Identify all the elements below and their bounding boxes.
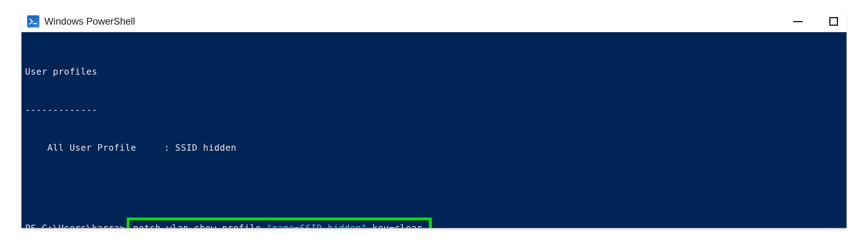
minimize-icon bbox=[793, 21, 803, 22]
blank-line bbox=[25, 180, 843, 192]
prompt-text: PS C:\Users\karra> bbox=[25, 222, 125, 228]
command-part: key=clear bbox=[367, 222, 423, 228]
output-line: All User Profile : SSID hidden bbox=[25, 141, 843, 154]
command-quoted: "name=SSID hidden" bbox=[267, 222, 367, 228]
output-line: User profiles bbox=[25, 65, 843, 78]
command-line: PS C:\Users\karra> netsh wlan show profi… bbox=[25, 218, 843, 228]
window-title: Windows PowerShell bbox=[44, 16, 135, 27]
maximize-icon bbox=[829, 17, 838, 26]
minimize-button[interactable] bbox=[791, 14, 805, 29]
terminal-body[interactable]: User profiles ------------- All User Pro… bbox=[21, 32, 847, 228]
window-controls bbox=[791, 14, 841, 29]
output-line: ------------- bbox=[25, 104, 843, 116]
command-highlight: netsh wlan show profile "name=SSID hidde… bbox=[127, 218, 432, 228]
maximize-button[interactable] bbox=[826, 14, 841, 29]
powershell-window: Windows PowerShell User profiles -------… bbox=[21, 11, 847, 229]
titlebar: Windows PowerShell bbox=[21, 11, 847, 32]
command-part: netsh wlan show profile bbox=[133, 222, 267, 228]
powershell-icon bbox=[27, 15, 39, 28]
